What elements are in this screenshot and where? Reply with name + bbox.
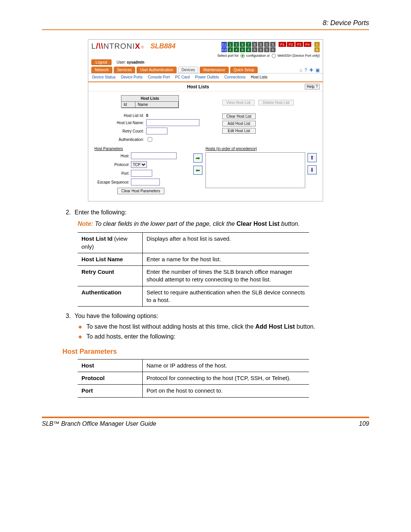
tab-quick-setup[interactable]: Quick Setup bbox=[230, 67, 258, 73]
tab-devices[interactable]: Devices bbox=[178, 67, 199, 73]
port-hint: Select port for configuration or WebSSH … bbox=[88, 53, 323, 59]
lbl-host-list-id: Host List Id: bbox=[94, 113, 144, 118]
view-host-list-button[interactable]: View Host List bbox=[222, 100, 255, 105]
host-lists-table: Host Lists Id Name bbox=[121, 95, 179, 108]
clear-host-parameters-button[interactable]: Clear Host Parameters bbox=[117, 188, 164, 194]
subnav-pc-card[interactable]: PC Card bbox=[175, 75, 190, 79]
subnav-device-status[interactable]: Device Status bbox=[92, 75, 116, 79]
lbl-port: Port: bbox=[94, 171, 129, 176]
step2-number: 2. bbox=[62, 208, 71, 217]
tab-maintenance[interactable]: Maintenance bbox=[200, 67, 228, 73]
input-host[interactable] bbox=[131, 152, 177, 159]
table-host-list-fields: Host List Id (view only)Displays after a… bbox=[78, 232, 309, 307]
model-label: SLB884 bbox=[150, 42, 175, 50]
sub-nav: Device Status Device Ports Console Port … bbox=[88, 73, 323, 82]
tab-auth[interactable]: User Authentication bbox=[137, 67, 177, 73]
delete-host-list-button[interactable]: Delete Host List bbox=[258, 100, 294, 105]
app-screenshot: L/\\NTRONIX® SLB884 E1E2 12 34 56 78 SS … bbox=[88, 39, 323, 201]
input-port[interactable] bbox=[131, 170, 152, 177]
footer-title: SLB™ Branch Office Manager User Guide bbox=[42, 420, 156, 427]
panel-title: Host Lists bbox=[91, 84, 305, 89]
arrow-left-icon[interactable]: ⬅ bbox=[193, 166, 202, 175]
header-chapter: 8: Device Ports bbox=[42, 19, 369, 27]
step3-number: 3. bbox=[62, 312, 71, 320]
table-row: PortPort on the host to connect to. bbox=[78, 385, 309, 397]
note-line: Note: To clear fields in the lower part … bbox=[78, 220, 354, 228]
clear-host-list-button[interactable]: Clear Host List bbox=[222, 113, 256, 119]
bullet-item: ◆ To save the host list without adding h… bbox=[78, 323, 354, 331]
bullet-item: ◆ To add hosts, enter the following: bbox=[78, 332, 354, 341]
radio-config-icon[interactable] bbox=[241, 54, 245, 58]
select-protocol[interactable]: TCP bbox=[131, 161, 147, 168]
lbl-host-list-name: Host List Name: bbox=[94, 121, 144, 125]
edit-host-list-button[interactable]: Edit Host List bbox=[222, 128, 256, 134]
subnav-device-ports[interactable]: Device Ports bbox=[121, 75, 143, 79]
nav-tabs: Network Services User Authentication Dev… bbox=[88, 67, 323, 73]
header-rule bbox=[42, 29, 369, 30]
col-name: Name bbox=[135, 102, 178, 108]
diamond-icon: ◆ bbox=[78, 332, 82, 341]
table-row: Retry CountEnter the number of times the… bbox=[78, 266, 309, 286]
step3-text: You have the following options: bbox=[75, 312, 158, 320]
table-host-parameters: HostName or IP address of the host. Prot… bbox=[78, 359, 309, 398]
lbl-retry-count: Retry Count: bbox=[94, 129, 144, 133]
step2-text: Enter the following: bbox=[75, 208, 126, 217]
context-help-button[interactable]: Help ? bbox=[305, 84, 320, 89]
input-retry-count[interactable] bbox=[146, 128, 167, 134]
radio-webssh-icon[interactable] bbox=[272, 54, 276, 58]
lbl-escape-sequence: Escape Sequence: bbox=[94, 180, 129, 184]
table-row: ProtocolProtocol for connecting to the h… bbox=[78, 372, 309, 385]
table-row: Host List Id (view only)Displays after a… bbox=[78, 233, 309, 253]
help-icon[interactable]: ? bbox=[304, 67, 307, 73]
subnav-connections[interactable]: Connections bbox=[224, 75, 245, 79]
tab-network[interactable]: Network bbox=[91, 67, 112, 73]
diamond-icon: ◆ bbox=[78, 323, 82, 331]
subnav-host-lists[interactable]: Host Lists bbox=[251, 75, 268, 79]
host-lists-table-title: Host Lists bbox=[121, 96, 178, 102]
section-host-parameters: Host Parameters bbox=[62, 347, 354, 356]
hosts-listbox[interactable] bbox=[206, 152, 305, 188]
arrow-right-icon[interactable]: ➡ bbox=[193, 153, 202, 163]
window-icon[interactable]: ▣ bbox=[315, 67, 320, 73]
lbl-host: Host: bbox=[94, 154, 129, 158]
host-parameters-heading: Host Parameters bbox=[94, 147, 190, 151]
lbl-protocol: Protocol: bbox=[94, 163, 129, 167]
hosts-heading: Hosts (in order of precedence) bbox=[206, 147, 317, 151]
input-host-list-name[interactable] bbox=[146, 119, 199, 126]
table-row: HostName or IP address of the host. bbox=[78, 359, 309, 372]
tab-services[interactable]: Services bbox=[114, 67, 135, 73]
val-host-list-id: 0 bbox=[146, 113, 148, 118]
logo: L/\\NTRONIX® SLB884 bbox=[91, 42, 175, 51]
input-escape-sequence[interactable] bbox=[131, 179, 160, 185]
table-row: AuthenticationSelect to require authenti… bbox=[78, 286, 309, 307]
add-host-list-button[interactable]: Add Host List bbox=[222, 121, 256, 126]
subnav-power-outlets[interactable]: Power Outlets bbox=[195, 75, 219, 79]
subnav-console-port[interactable]: Console Port bbox=[148, 75, 170, 79]
footer-rule bbox=[42, 417, 369, 418]
port-panel: E1E2 12 34 56 78 SS SS SS SS P1 P2 P3 P4… bbox=[221, 42, 320, 52]
logout-button[interactable]: Logout bbox=[91, 59, 112, 65]
lbl-authentication: Authentication: bbox=[94, 137, 144, 142]
arrow-up-icon[interactable]: ⬆ bbox=[307, 153, 317, 162]
add-icon[interactable]: ✚ bbox=[309, 67, 313, 73]
page-number: 109 bbox=[359, 420, 369, 427]
table-row: Host List NameEnter a name for the host … bbox=[78, 253, 309, 265]
col-id: Id bbox=[121, 102, 135, 108]
home-icon[interactable]: ⌂ bbox=[299, 67, 302, 73]
checkbox-authentication[interactable] bbox=[148, 137, 152, 142]
arrow-down-icon[interactable]: ⬇ bbox=[307, 165, 317, 174]
user-label: User: sysadmin bbox=[117, 60, 145, 64]
